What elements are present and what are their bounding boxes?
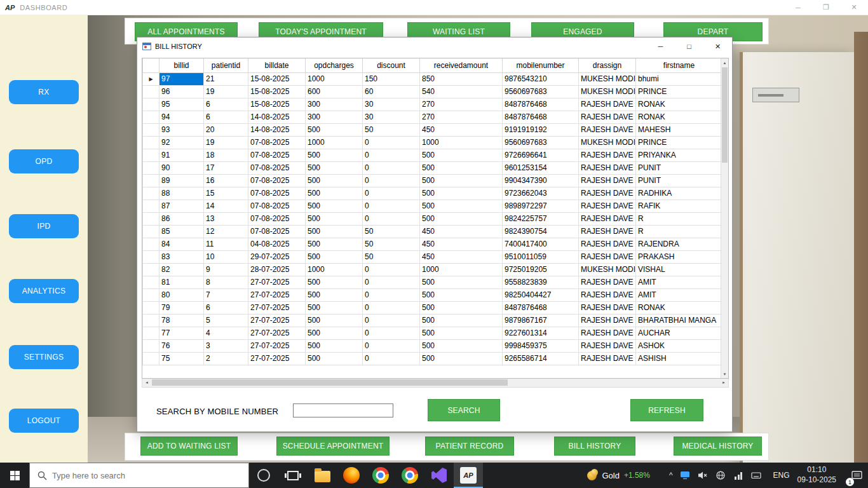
cell-patientid[interactable]: 15 xyxy=(204,187,248,200)
cell-receivedamount[interactable]: 450 xyxy=(420,238,503,250)
cell-opdcharges[interactable]: 500 xyxy=(306,161,363,174)
cell-drassign[interactable]: RAJESH DAVE xyxy=(579,212,636,225)
table-row[interactable]: 932014-08-2025500504509191919192RAJESH D… xyxy=(143,123,722,136)
cell-mobilenumber[interactable]: 9904347390 xyxy=(503,174,579,187)
cell-receivedamount[interactable]: 500 xyxy=(420,301,503,314)
cell-billdate[interactable]: 27-07-2025 xyxy=(248,288,306,301)
cell-patientid[interactable]: 10 xyxy=(204,250,248,263)
cell-discount[interactable]: 30 xyxy=(363,98,420,111)
cell-billdate[interactable]: 27-07-2025 xyxy=(248,276,306,288)
cell-drassign[interactable]: RAJESH DAVE xyxy=(579,111,636,123)
cell-opdcharges[interactable]: 1000 xyxy=(306,136,363,149)
cell-mobilenumber[interactable]: 9601253154 xyxy=(503,161,579,174)
cell-receivedamount[interactable]: 500 xyxy=(420,276,503,288)
scroll-up-icon[interactable]: ▲ xyxy=(721,58,728,67)
cell-drassign[interactable]: RAJESH DAVE xyxy=(579,276,636,288)
cell-mobilenumber[interactable]: 9725019205 xyxy=(503,263,579,276)
cell-opdcharges[interactable]: 500 xyxy=(306,352,363,365)
cell-opdcharges[interactable]: 300 xyxy=(306,111,363,123)
cell-billdate[interactable]: 28-07-2025 xyxy=(248,263,306,276)
sidebar-item-settings[interactable]: SETTINGS xyxy=(9,345,79,369)
cell-billdate[interactable]: 27-07-2025 xyxy=(248,314,306,327)
cell-mobilenumber[interactable]: 8487876468 xyxy=(503,98,579,111)
cell-billdate[interactable]: 15-08-2025 xyxy=(248,85,306,98)
cell-receivedamount[interactable]: 500 xyxy=(420,327,503,339)
cell-discount[interactable]: 0 xyxy=(363,339,420,352)
cell-drassign[interactable]: RAJESH DAVE xyxy=(579,98,636,111)
cell-billid[interactable]: 95 xyxy=(159,98,204,111)
minimize-icon[interactable]: ─ xyxy=(784,0,812,15)
cell-discount[interactable]: 0 xyxy=(363,200,420,212)
cell-opdcharges[interactable]: 500 xyxy=(306,250,363,263)
table-row[interactable]: 871407-08-202550005009898972297RAJESH DA… xyxy=(143,200,722,212)
cell-billdate[interactable]: 15-08-2025 xyxy=(248,72,306,85)
cell-opdcharges[interactable]: 500 xyxy=(306,238,363,250)
scroll-left-icon[interactable]: ◄ xyxy=(142,379,151,386)
cell-patientid[interactable]: 19 xyxy=(204,136,248,149)
cell-firstname[interactable]: R xyxy=(636,212,722,225)
cell-billdate[interactable]: 04-08-2025 xyxy=(248,238,306,250)
column-header-drassign[interactable]: drassign xyxy=(579,58,636,72)
bottom-button-bill-history[interactable]: BILL HISTORY xyxy=(554,437,635,456)
cell-patientid[interactable]: 3 xyxy=(204,339,248,352)
table-row[interactable]: 961915-08-2025600605409560697683MUKESH M… xyxy=(143,85,722,98)
mobile-search-input[interactable] xyxy=(293,403,393,417)
cell-mobilenumber[interactable]: 9191919192 xyxy=(503,123,579,136)
cell-opdcharges[interactable]: 1000 xyxy=(306,72,363,85)
cell-firstname[interactable]: PRIYANKA xyxy=(636,149,722,161)
cell-receivedamount[interactable]: 850 xyxy=(420,72,503,85)
cell-firstname[interactable]: RONAK xyxy=(636,301,722,314)
cell-drassign[interactable]: MUKESH MODI xyxy=(579,72,636,85)
cell-drassign[interactable]: MUKESH MODI xyxy=(579,136,636,149)
cell-billdate[interactable]: 07-08-2025 xyxy=(248,136,306,149)
cell-opdcharges[interactable]: 500 xyxy=(306,149,363,161)
cell-patientid[interactable]: 6 xyxy=(204,301,248,314)
cell-patientid[interactable]: 19 xyxy=(204,85,248,98)
cell-mobilenumber[interactable]: 7400417400 xyxy=(503,238,579,250)
cell-billid[interactable]: 83 xyxy=(159,250,204,263)
cell-discount[interactable]: 0 xyxy=(363,187,420,200)
cell-mobilenumber[interactable]: 8487876468 xyxy=(503,301,579,314)
cell-firstname[interactable]: BHARATBHAI MANGA xyxy=(636,314,722,327)
cell-billid[interactable]: 87 xyxy=(159,200,204,212)
cell-receivedamount[interactable]: 450 xyxy=(420,123,503,136)
cell-discount[interactable]: 50 xyxy=(363,250,420,263)
cell-discount[interactable]: 50 xyxy=(363,238,420,250)
cell-billid[interactable]: 90 xyxy=(159,161,204,174)
cell-drassign[interactable]: RAJESH DAVE xyxy=(579,288,636,301)
column-header-billdate[interactable]: billdate xyxy=(248,58,306,72)
cell-firstname[interactable]: PUNIT xyxy=(636,174,722,187)
cell-patientid[interactable]: 12 xyxy=(204,225,248,238)
cell-receivedamount[interactable]: 1000 xyxy=(420,136,503,149)
table-row[interactable]: 82928-07-20251000010009725019205MUKESH M… xyxy=(143,263,722,276)
action-center-button[interactable]: 1 xyxy=(845,463,868,488)
cell-billid[interactable]: 82 xyxy=(159,263,204,276)
display-tray-icon[interactable] xyxy=(680,470,691,481)
cell-drassign[interactable]: RAJESH DAVE xyxy=(579,123,636,136)
bill-close-icon[interactable]: ✕ xyxy=(703,37,732,55)
cell-receivedamount[interactable]: 500 xyxy=(420,314,503,327)
cell-receivedamount[interactable]: 270 xyxy=(420,98,503,111)
cell-firstname[interactable]: RONAK xyxy=(636,111,722,123)
cell-discount[interactable]: 50 xyxy=(363,123,420,136)
cell-discount[interactable]: 0 xyxy=(363,288,420,301)
cell-receivedamount[interactable]: 270 xyxy=(420,111,503,123)
cell-billid[interactable]: 76 xyxy=(159,339,204,352)
table-row[interactable]: 851207-08-2025500504509824390754RAJESH D… xyxy=(143,225,722,238)
start-button[interactable] xyxy=(0,463,29,488)
table-row[interactable]: 95615-08-2025300302708487876468RAJESH DA… xyxy=(143,98,722,111)
cell-opdcharges[interactable]: 1000 xyxy=(306,263,363,276)
chrome-profile-button[interactable] xyxy=(395,463,424,488)
column-header-discount[interactable]: discount xyxy=(363,58,420,72)
cell-mobilenumber[interactable]: 9824390754 xyxy=(503,225,579,238)
cell-billdate[interactable]: 29-07-2025 xyxy=(248,250,306,263)
cell-billdate[interactable]: 15-08-2025 xyxy=(248,98,306,111)
table-row[interactable]: 911807-08-202550005009726696641RAJESH DA… xyxy=(143,149,722,161)
cell-patientid[interactable]: 7 xyxy=(204,288,248,301)
cell-drassign[interactable]: RAJESH DAVE xyxy=(579,301,636,314)
cell-receivedamount[interactable]: 500 xyxy=(420,174,503,187)
table-row[interactable]: 891607-08-202550005009904347390RAJESH DA… xyxy=(143,174,722,187)
cell-drassign[interactable]: RAJESH DAVE xyxy=(579,187,636,200)
table-row[interactable]: 76327-07-202550005009998459375RAJESH DAV… xyxy=(143,339,722,352)
cell-firstname[interactable]: bhumi xyxy=(636,72,722,85)
